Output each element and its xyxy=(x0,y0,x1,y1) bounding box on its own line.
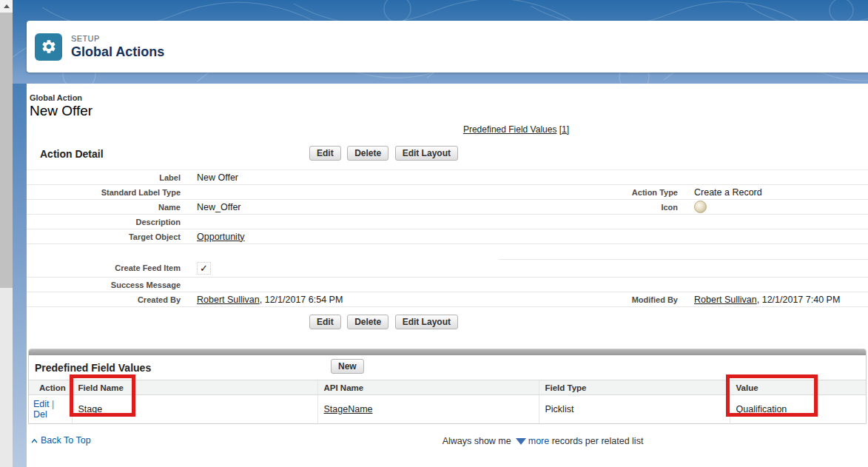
record-type-label: Global Action xyxy=(30,93,868,102)
field-label xyxy=(499,260,693,278)
field-label: Target Object xyxy=(27,229,195,244)
field-value-label: New Offer xyxy=(195,170,499,185)
record-title: New Offer xyxy=(30,103,868,119)
field-label: Created By xyxy=(27,292,195,307)
detail-buttons-bottom: Edit Delete Edit Layout xyxy=(0,315,804,329)
delete-button[interactable]: Delete xyxy=(347,146,388,161)
field-label: Description xyxy=(27,215,195,229)
field-label xyxy=(499,229,693,244)
column-header-api-name: API Name xyxy=(317,380,539,395)
row-del-link[interactable]: Del xyxy=(33,409,47,420)
table-row: Edit | Del Stage StageName Picklist Qual… xyxy=(29,395,866,424)
action-detail-table: Label New Offer Standard Label Type Acti… xyxy=(27,169,868,307)
api-name-link[interactable]: StageName xyxy=(324,404,373,414)
gear-icon xyxy=(41,38,57,55)
field-value-name: New_Offer xyxy=(195,200,499,215)
field-value-action-type: Create a Record xyxy=(693,185,868,200)
predefined-field-values-jump-link[interactable]: Predefined Field Values xyxy=(463,124,557,135)
row-edit-link[interactable]: Edit xyxy=(33,399,50,409)
triangle-down-icon[interactable] xyxy=(516,438,526,445)
column-header-value: Value xyxy=(730,380,866,395)
field-label: Create Feed Item xyxy=(27,260,195,278)
action-separator: | xyxy=(50,399,55,409)
target-object-link[interactable]: Opportunity xyxy=(197,232,245,242)
detail-buttons-top: Edit Delete Edit Layout xyxy=(0,146,804,161)
main-content: Global Action New Offer Predefined Field… xyxy=(27,84,868,467)
column-header-field-type: Field Type xyxy=(539,380,730,395)
field-value-description xyxy=(195,215,499,229)
detail-row: Standard Label Type Action Type Create a… xyxy=(27,185,868,200)
cell-field-type: Picklist xyxy=(539,395,730,424)
edit-button[interactable]: Edit xyxy=(309,315,341,329)
scrollbar-up-button[interactable] xyxy=(0,0,13,13)
cell-value: Qualification xyxy=(730,395,866,424)
cell-field-name: Stage xyxy=(72,395,317,424)
delete-button[interactable]: Delete xyxy=(347,315,388,329)
checked-checkbox-icon: ✓ xyxy=(197,262,211,275)
field-label: Icon xyxy=(499,200,693,215)
predefined-field-values-count-link[interactable]: [1] xyxy=(559,124,569,135)
predefined-field-values-table: Action Field Name API Name Field Type Va… xyxy=(29,380,866,423)
field-label xyxy=(499,170,693,185)
field-label: Modified By xyxy=(499,292,693,307)
edit-layout-button[interactable]: Edit Layout xyxy=(395,146,458,161)
setup-header: SETUP Global Actions xyxy=(27,21,868,73)
field-label xyxy=(499,278,693,292)
detail-row: Create Feed Item ✓ xyxy=(27,260,868,278)
column-header-action: Action xyxy=(29,380,72,395)
jump-links: Predefined Field Values [1] xyxy=(95,124,868,135)
records-per-list-control: Always show memore records per related l… xyxy=(122,434,868,446)
edit-layout-button[interactable]: Edit Layout xyxy=(395,315,458,329)
detail-row: Description xyxy=(27,215,868,229)
edit-button[interactable]: Edit xyxy=(309,146,341,161)
detail-row: Success Message xyxy=(27,278,868,292)
field-label: Action Type xyxy=(499,185,693,200)
field-value-standard-label-type xyxy=(195,185,499,200)
list-footer: Back To Top Always show memore records p… xyxy=(27,434,868,449)
always-show-suffix: records per related list xyxy=(552,436,644,446)
action-detail-header: Action Detail Edit Delete Edit Layout xyxy=(27,146,868,164)
field-value xyxy=(693,170,868,185)
field-value xyxy=(693,278,868,292)
page-title: Global Actions xyxy=(71,44,164,60)
field-label: Name xyxy=(27,200,195,215)
field-label: Label xyxy=(27,170,195,185)
detail-row: Name New_Offer Icon xyxy=(27,200,868,215)
scroll-up-icon xyxy=(4,4,10,8)
detail-row: Target Object Opportunity xyxy=(27,229,868,244)
field-value-success-message xyxy=(195,278,499,292)
created-by-user-link[interactable]: Robert Sullivan xyxy=(197,295,260,305)
action-coin-icon xyxy=(694,201,707,213)
modified-by-user-link[interactable]: Robert Sullivan xyxy=(694,295,757,305)
detail-row: Label New Offer xyxy=(27,170,868,185)
scrollbar-thumb[interactable] xyxy=(0,13,13,288)
always-show-prefix: Always show me xyxy=(443,436,511,446)
vertical-scrollbar[interactable] xyxy=(0,0,13,467)
record-header: Global Action New Offer xyxy=(30,93,868,119)
table-header-row: Action Field Name API Name Field Type Va… xyxy=(29,380,866,395)
field-value xyxy=(693,229,868,244)
modified-by-timestamp: , 12/1/2017 7:40 PM xyxy=(757,295,841,305)
related-list-header: Predefined Field Values New xyxy=(29,355,866,380)
setup-gear-tile xyxy=(35,33,62,61)
field-label: Success Message xyxy=(27,278,195,292)
setup-eyebrow: SETUP xyxy=(71,34,164,43)
field-label: Standard Label Type xyxy=(27,185,195,200)
detail-row: Created By Robert Sullivan, 12/1/2017 6:… xyxy=(27,292,868,307)
related-list-top-bar xyxy=(29,349,866,355)
related-list-title: Predefined Field Values xyxy=(35,362,151,374)
predefined-field-values-section: Predefined Field Values New Action Field… xyxy=(28,349,867,424)
back-to-top-link[interactable]: Back To Top xyxy=(31,435,91,446)
field-value xyxy=(693,215,868,229)
field-label xyxy=(499,215,693,229)
more-records-link[interactable]: more xyxy=(528,436,549,446)
chevron-up-icon xyxy=(31,439,38,443)
detail-spacer-row xyxy=(27,244,868,260)
new-button[interactable]: New xyxy=(331,359,364,374)
column-header-field-name: Field Name xyxy=(72,380,317,395)
created-by-timestamp: , 12/1/2017 6:54 PM xyxy=(260,295,343,305)
